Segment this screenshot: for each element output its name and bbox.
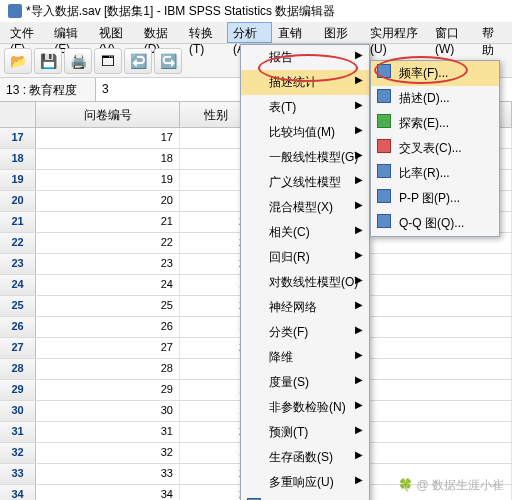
menu-item[interactable]: 探索(E)... [371, 111, 499, 136]
menu-item[interactable]: 非参数检验(N)▶ [241, 395, 369, 420]
menu-item-icon [377, 114, 391, 128]
cell[interactable]: 28 [36, 359, 180, 379]
menu-item[interactable]: Q-Q 图(Q)... [371, 211, 499, 236]
row-number[interactable]: 26 [0, 317, 36, 337]
cell[interactable]: 21 [36, 212, 180, 232]
menu-item[interactable]: 比率(R)... [371, 161, 499, 186]
undo-icon[interactable]: ↩️ [124, 48, 152, 74]
menu-item[interactable]: 一般线性模型(G)▶ [241, 145, 369, 170]
cell[interactable]: 34 [36, 485, 180, 500]
corner-cell [0, 102, 36, 127]
menu-direct[interactable]: 直销(M) [272, 22, 318, 43]
menu-item-icon [377, 164, 391, 178]
menu-item-label: 对数线性模型(O) [269, 275, 358, 289]
row-number[interactable]: 34 [0, 485, 36, 500]
recall-icon[interactable]: 🗔 [94, 48, 122, 74]
cell[interactable]: 24 [36, 275, 180, 295]
menu-item[interactable]: 生存函数(S)▶ [241, 445, 369, 470]
row-number[interactable]: 20 [0, 191, 36, 211]
cell[interactable]: 29 [36, 380, 180, 400]
column-header[interactable]: 问卷编号 [36, 102, 180, 127]
menu-item[interactable]: 预测(T)▶ [241, 420, 369, 445]
submenu-arrow-icon: ▶ [355, 399, 363, 410]
cell[interactable]: 26 [36, 317, 180, 337]
row-number[interactable]: 25 [0, 296, 36, 316]
cell[interactable]: 23 [36, 254, 180, 274]
cell[interactable]: 19 [36, 170, 180, 190]
cell[interactable]: 25 [36, 296, 180, 316]
cell[interactable]: 31 [36, 422, 180, 442]
submenu-arrow-icon: ▶ [355, 224, 363, 235]
submenu-arrow-icon: ▶ [355, 299, 363, 310]
menu-item-label: P-P 图(P)... [399, 191, 460, 205]
row-number[interactable]: 23 [0, 254, 36, 274]
row-number[interactable]: 17 [0, 128, 36, 148]
cell[interactable]: 20 [36, 191, 180, 211]
menu-view[interactable]: 视图(V) [93, 22, 138, 43]
print-icon[interactable]: 🖨️ [64, 48, 92, 74]
menu-item-label: 分类(F) [269, 325, 308, 339]
menu-help[interactable]: 帮助 [476, 22, 508, 43]
row-number[interactable]: 22 [0, 233, 36, 253]
menu-item[interactable]: 交叉表(C)... [371, 136, 499, 161]
menu-item[interactable]: 比较均值(M)▶ [241, 120, 369, 145]
menu-transform[interactable]: 转换(T) [183, 22, 227, 43]
menu-item[interactable]: 多重响应(U)▶ [241, 470, 369, 495]
menu-data[interactable]: 数据(D) [138, 22, 183, 43]
menu-item[interactable]: 表(T)▶ [241, 95, 369, 120]
menubar: 文件(F) 编辑(E) 视图(V) 数据(D) 转换(T) 分析(A) 直销(M… [0, 22, 512, 44]
save-icon[interactable]: 💾 [34, 48, 62, 74]
cell[interactable]: 27 [36, 338, 180, 358]
menu-item[interactable]: 缺失值分析(V)... [241, 495, 369, 500]
watermark: 🍀 @ 数据生涯小崔 [398, 477, 504, 494]
menu-file[interactable]: 文件(F) [4, 22, 48, 43]
menu-graphs[interactable]: 图形(G) [318, 22, 364, 43]
menu-item[interactable]: 回归(R)▶ [241, 245, 369, 270]
menu-item[interactable]: 降维▶ [241, 345, 369, 370]
row-number[interactable]: 28 [0, 359, 36, 379]
row-number[interactable]: 19 [0, 170, 36, 190]
row-number[interactable]: 27 [0, 338, 36, 358]
submenu-arrow-icon: ▶ [355, 349, 363, 360]
cell[interactable]: 30 [36, 401, 180, 421]
cell[interactable]: 18 [36, 149, 180, 169]
menu-item[interactable]: 神经网络▶ [241, 295, 369, 320]
menu-item[interactable]: 描述(D)... [371, 86, 499, 111]
row-number[interactable]: 18 [0, 149, 36, 169]
submenu-arrow-icon: ▶ [355, 74, 363, 85]
menu-item[interactable]: 描述统计▶ [241, 70, 369, 95]
row-number[interactable]: 24 [0, 275, 36, 295]
menu-item[interactable]: 广义线性模型▶ [241, 170, 369, 195]
menu-item[interactable]: 混合模型(X)▶ [241, 195, 369, 220]
cell[interactable]: 32 [36, 443, 180, 463]
row-number[interactable]: 33 [0, 464, 36, 484]
cell[interactable]: 33 [36, 464, 180, 484]
row-number[interactable]: 29 [0, 380, 36, 400]
menu-item[interactable]: 报告▶ [241, 45, 369, 70]
submenu-arrow-icon: ▶ [355, 124, 363, 135]
cell[interactable]: 22 [36, 233, 180, 253]
menu-item-icon [377, 214, 391, 228]
menu-item[interactable]: 分类(F)▶ [241, 320, 369, 345]
menu-item-label: 度量(S) [269, 375, 309, 389]
row-number[interactable]: 30 [0, 401, 36, 421]
row-number[interactable]: 32 [0, 443, 36, 463]
menu-item[interactable]: P-P 图(P)... [371, 186, 499, 211]
submenu-arrow-icon: ▶ [355, 474, 363, 485]
menu-item-label: 探索(E)... [399, 116, 449, 130]
menu-window[interactable]: 窗口(W) [429, 22, 476, 43]
menu-analyze[interactable]: 分析(A) [227, 22, 272, 43]
row-number[interactable]: 31 [0, 422, 36, 442]
menu-item[interactable]: 度量(S)▶ [241, 370, 369, 395]
open-icon[interactable]: 📂 [4, 48, 32, 74]
row-number[interactable]: 21 [0, 212, 36, 232]
cell[interactable]: 17 [36, 128, 180, 148]
menu-item[interactable]: 相关(C)▶ [241, 220, 369, 245]
app-icon [8, 4, 22, 18]
menu-edit[interactable]: 编辑(E) [48, 22, 93, 43]
menu-item[interactable]: 频率(F)... [371, 61, 499, 86]
redo-icon[interactable]: ↪️ [154, 48, 182, 74]
menu-item-label: 表(T) [269, 100, 296, 114]
menu-utilities[interactable]: 实用程序(U) [364, 22, 429, 43]
menu-item[interactable]: 对数线性模型(O)▶ [241, 270, 369, 295]
